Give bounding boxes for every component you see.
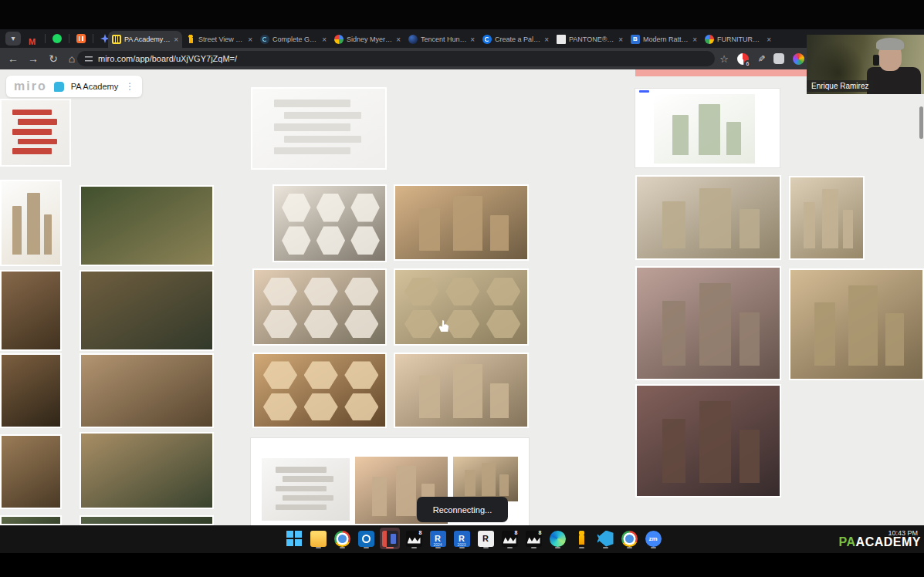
taskbar-rhino-r-icon[interactable]: R <box>476 528 496 549</box>
open-app-indicator <box>483 547 489 548</box>
open-app-indicator <box>459 547 465 548</box>
board-image-interior-suite-left[interactable] <box>0 353 62 428</box>
browser-tab[interactable]: PANTONE® USA× <box>553 31 627 48</box>
taskbar-revit-2024-icon[interactable]: R2024 <box>428 528 448 549</box>
tab-close-icon[interactable]: × <box>618 35 623 44</box>
bookmark-star-icon[interactable]: ☆ <box>719 53 729 65</box>
url-text[interactable]: miro.com/app/board/uXjVGY7jZqM=/ <box>98 54 237 63</box>
browser-tab[interactable]: PA Academy - Mi× <box>108 31 182 48</box>
board-image-green-towers-model[interactable] <box>652 93 756 165</box>
board-image-canyon-towers[interactable] <box>394 353 529 428</box>
extensions-icon[interactable] <box>773 53 784 64</box>
pinned-tab-gmail[interactable]: M <box>22 31 45 46</box>
tab-close-icon[interactable]: × <box>767 35 771 44</box>
board-image-tower-caption-render[interactable] <box>452 455 520 503</box>
tab-search-button[interactable]: ▾ <box>5 32 21 46</box>
pinned-tabs: M <box>22 31 117 46</box>
open-app-indicator <box>603 547 608 548</box>
board-name[interactable]: PA Academy <box>71 82 119 91</box>
open-app-indicator <box>507 547 513 548</box>
taskbar-rhino8-a-icon[interactable]: 8 <box>404 528 424 549</box>
open-app-indicator <box>531 547 536 548</box>
site-settings-icon[interactable] <box>85 56 93 62</box>
taskbar-outlook-icon[interactable] <box>356 528 376 549</box>
browser-tab[interactable]: Tencent Hunyuan× <box>404 31 479 48</box>
card-link-dash <box>639 90 649 93</box>
taskbar-chrome-icon[interactable] <box>332 528 352 549</box>
taskbar-revit-2023-icon[interactable]: R2023 <box>452 528 472 549</box>
taskbar-rhino8-b-icon[interactable]: 8 <box>499 528 520 549</box>
board-image-courtyard-sunset[interactable] <box>394 184 529 261</box>
reload-icon[interactable]: ↻ <box>43 48 63 69</box>
taskbar-explorer-icon[interactable] <box>308 528 328 549</box>
back-icon[interactable]: ← <box>3 48 23 69</box>
palette-favicon <box>482 35 492 44</box>
board-image-towers-dusk[interactable] <box>635 266 781 380</box>
browser-tab[interactable]: BModern Rattan Ja× <box>627 31 701 48</box>
taskbar-active-app-icon[interactable] <box>380 528 400 549</box>
extension-pen-icon[interactable]: ✎ <box>756 55 767 62</box>
board-image-bedroom-view[interactable] <box>80 432 214 509</box>
board-image-hex-pods[interactable] <box>252 268 387 346</box>
tab-close-icon[interactable]: × <box>322 35 327 44</box>
browser-tab[interactable]: FURNITURE ROO× <box>701 31 775 48</box>
browser-tab[interactable]: Sidney Myer Mus× <box>330 31 404 48</box>
board-image-strip-col2[interactable] <box>80 515 214 525</box>
board-image-concept-diagram-faint[interactable] <box>251 87 387 170</box>
guide-favicon <box>260 35 269 44</box>
board-image-interior-bed-left[interactable] <box>0 434 62 509</box>
board-image-pool-terrace[interactable] <box>80 270 214 351</box>
tab-close-icon[interactable]: × <box>174 35 178 44</box>
open-app-indicator <box>316 547 321 548</box>
board-image-bedroom-interior[interactable] <box>80 353 214 428</box>
extension-red-icon[interactable]: 6 <box>737 53 749 65</box>
pinned-tab-greenapp[interactable] <box>46 31 69 46</box>
taskbar-chrome-2-icon[interactable] <box>619 528 639 549</box>
board-image-towers-night[interactable] <box>635 384 781 498</box>
board-image-towers-day[interactable] <box>635 175 781 260</box>
taskbar-windows-icon[interactable] <box>284 528 304 549</box>
board-image-module-diagram[interactable] <box>260 457 351 522</box>
board-image-tower-day-small[interactable] <box>789 176 865 260</box>
taskbar-zoom-icon[interactable]: zm <box>643 528 663 549</box>
board-image-interior-lounge-left[interactable] <box>0 270 62 351</box>
tab-title: PANTONE® USA <box>569 35 615 43</box>
taskbar-edge-icon[interactable] <box>547 528 567 549</box>
scrollbar-thumb[interactable] <box>919 106 923 139</box>
board-image-arch-detail-sketch[interactable] <box>0 180 62 266</box>
board-image-honeycomb-aerial[interactable] <box>394 268 529 346</box>
board-menu-icon[interactable]: ⋮ <box>125 81 134 92</box>
webcam-overlay: Enrique Ramirez <box>807 35 924 94</box>
profile-avatar[interactable] <box>793 53 804 65</box>
board-image-jungle-resort[interactable] <box>80 185 214 266</box>
tab-close-icon[interactable]: × <box>248 35 252 44</box>
tab-close-icon[interactable]: × <box>470 35 475 44</box>
taskbar-vscode-icon[interactable] <box>595 528 615 549</box>
board-image-hex-interior[interactable] <box>252 353 387 428</box>
pantone-favicon <box>557 35 566 44</box>
browser-tab[interactable]: Street View Down× <box>182 31 256 48</box>
tab-close-icon[interactable]: × <box>544 35 549 44</box>
tab-title: Modern Rattan Ja <box>643 35 689 43</box>
taskbar-pegman-icon[interactable] <box>571 528 591 549</box>
browser-tab[interactable]: Complete Guide× <box>256 31 330 48</box>
board-image-street-towers[interactable] <box>789 268 924 380</box>
extension-badge: 6 <box>744 60 751 67</box>
miro-logo[interactable]: miro <box>14 79 47 93</box>
maps-favicon <box>334 35 344 44</box>
taskbar: 8R2024R2023R88zm 10:43 PM <box>0 525 924 553</box>
board-image-red-stack-model[interactable] <box>0 99 71 167</box>
tab-title: Tencent Hunyuan <box>421 35 467 43</box>
browser-tab[interactable]: Create a Palette× <box>479 31 553 48</box>
address-bar[interactable]: miro.com/app/board/uXjVGY7jZqM=/ <box>77 51 715 66</box>
taskbar-rhino8-c-icon[interactable]: 8 <box>523 528 543 549</box>
tab-close-icon[interactable]: × <box>396 35 401 44</box>
tab-close-icon[interactable]: × <box>692 35 697 44</box>
board-image-hex-facade[interactable] <box>272 184 387 262</box>
pinned-tab-orangeapp[interactable] <box>69 31 93 46</box>
tab-strip: PA Academy - Mi×Street View Down×Complet… <box>108 31 775 48</box>
letterbox-bottom <box>0 553 924 577</box>
board-canvas[interactable] <box>0 69 924 525</box>
forward-icon[interactable]: → <box>23 48 43 69</box>
board-image-strip-left[interactable] <box>0 515 62 525</box>
